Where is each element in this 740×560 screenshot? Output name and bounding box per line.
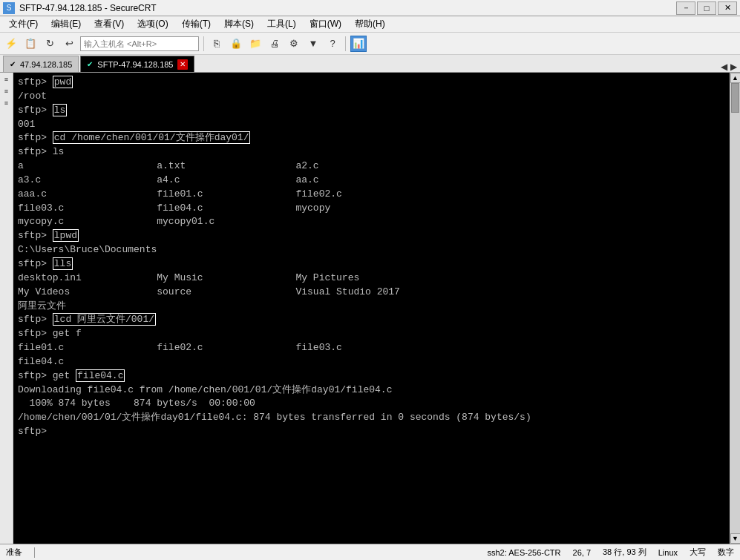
status-os: Linux bbox=[658, 548, 678, 557]
close-button[interactable]: ✕ bbox=[718, 1, 737, 15]
host-input[interactable] bbox=[80, 36, 199, 51]
menu-help[interactable]: 帮助(H) bbox=[349, 16, 391, 32]
term-line-18: sftp> lcd 阿里云文件/001/ bbox=[18, 313, 725, 327]
toolbar-extra[interactable]: 📊 bbox=[350, 36, 367, 52]
toolbar-open[interactable]: 📋 bbox=[22, 36, 39, 52]
term-line-25: /home/chen/001/01/文件操作day01/file04.c: 87… bbox=[18, 411, 725, 425]
toolbar-connect[interactable]: ↩ bbox=[61, 36, 77, 52]
term-line-14: sftp> lls bbox=[18, 257, 725, 271]
tab-sftp[interactable]: ✔ SFTP-47.94.128.185 ✕ bbox=[80, 56, 194, 72]
status-ready: 准备 bbox=[6, 547, 22, 558]
status-pos: 26, 7 bbox=[573, 548, 591, 557]
main-area: ≡ ≡ ≡ sftp> pwd /root sftp> ls 001 sftp>… bbox=[0, 73, 740, 544]
term-line-16: My Videos source Visual Studio 2017 bbox=[18, 286, 725, 300]
menu-window[interactable]: 窗口(W) bbox=[304, 16, 347, 32]
status-sep1 bbox=[34, 547, 35, 558]
term-line-3: sftp> ls bbox=[18, 104, 725, 118]
tab-sftp-icon: ✔ bbox=[87, 60, 93, 68]
cmd-lcd: lcd 阿里云文件/001/ bbox=[53, 313, 156, 326]
menu-script[interactable]: 脚本(S) bbox=[218, 16, 260, 32]
tabs-bar: ✔ 47.94.128.185 ✔ SFTP-47.94.128.185 ✕ ◀… bbox=[0, 55, 740, 73]
toolbar: ⚡ 📋 ↻ ↩ ⎘ 🔒 📁 🖨 ⚙ ▼ ? 📊 bbox=[0, 33, 740, 55]
term-line-17: 阿里云文件 bbox=[18, 300, 725, 314]
toolbar-macro[interactable]: ▼ bbox=[305, 36, 321, 52]
menu-view[interactable]: 查看(V) bbox=[88, 16, 130, 32]
tab-ssh-icon: ✔ bbox=[10, 60, 16, 68]
term-line-2: /root bbox=[18, 90, 725, 104]
cmd-cd: cd /home/chen/001/01/文件操作day01/ bbox=[53, 131, 251, 144]
scroll-thumb[interactable] bbox=[731, 83, 739, 113]
term-line-6: sftp> ls bbox=[18, 145, 725, 159]
tab-sftp-label: SFTP-47.94.128.185 bbox=[97, 60, 173, 69]
sidebar-btn2[interactable]: ≡ bbox=[1, 88, 12, 98]
term-line-22: sftp> get file04.c bbox=[18, 369, 725, 383]
window-controls[interactable]: － □ ✕ bbox=[676, 1, 737, 15]
cmd-lls: lls bbox=[53, 257, 73, 270]
term-line-26: sftp> bbox=[18, 425, 725, 439]
toolbar-settings[interactable]: ⚙ bbox=[286, 36, 302, 52]
toolbar-refresh[interactable]: ↻ bbox=[42, 36, 58, 52]
term-line-11: mycopy.c mycopy01.c bbox=[18, 215, 725, 229]
term-line-13: C:\Users\Bruce\Documents bbox=[18, 243, 725, 257]
cmd-get-file04: file04.c bbox=[76, 369, 125, 382]
menu-file[interactable]: 文件(F) bbox=[3, 16, 44, 32]
term-line-10: file03.c file04.c mycopy bbox=[18, 202, 725, 216]
term-line-19: sftp> get f bbox=[18, 327, 725, 341]
menu-options[interactable]: 选项(O) bbox=[131, 16, 174, 32]
cmd-pwd: pwd bbox=[53, 76, 73, 88]
term-line-1: sftp> pwd bbox=[18, 76, 725, 90]
title-bar-left: S SFTP-47.94.128.185 - SecureCRT bbox=[3, 2, 157, 14]
cmd-lpwd: lpwd bbox=[53, 229, 79, 242]
minimize-button[interactable]: － bbox=[676, 1, 695, 15]
sidebar-btn1[interactable]: ≡ bbox=[1, 76, 12, 86]
term-line-24: 100% 874 bytes 874 bytes/s 00:00:00 bbox=[18, 397, 725, 411]
toolbar-sep1 bbox=[203, 36, 204, 51]
status-bar: 准备 ssh2: AES-256-CTR 26, 7 38 行, 93 列 Li… bbox=[0, 544, 740, 560]
status-right: ssh2: AES-256-CTR 26, 7 38 行, 93 列 Linux… bbox=[487, 547, 734, 558]
menu-bar: 文件(F) 编辑(E) 查看(V) 选项(O) 传输(T) 脚本(S) 工具(L… bbox=[0, 16, 740, 33]
window-title: SFTP-47.94.128.185 - SecureCRT bbox=[19, 3, 157, 13]
toolbar-copy[interactable]: ⎘ bbox=[209, 36, 225, 52]
menu-edit[interactable]: 编辑(E) bbox=[45, 16, 87, 32]
tab-sftp-close[interactable]: ✕ bbox=[177, 59, 188, 70]
term-line-15: desktop.ini My Music My Pictures bbox=[18, 271, 725, 286]
status-num: 数字 bbox=[718, 547, 734, 558]
status-lines: 38 行, 93 列 bbox=[603, 547, 646, 558]
scroll-track[interactable] bbox=[730, 83, 740, 533]
tabs-nav: ◀ ▶ bbox=[721, 62, 737, 72]
sidebar: ≡ ≡ ≡ bbox=[0, 73, 13, 544]
maximize-button[interactable]: □ bbox=[697, 1, 716, 15]
tab-next-button[interactable]: ▶ bbox=[730, 62, 737, 72]
toolbar-lock[interactable]: 🔒 bbox=[228, 36, 244, 52]
term-line-5: sftp> cd /home/chen/001/01/文件操作day01/ bbox=[18, 131, 725, 145]
status-caps: 大写 bbox=[690, 547, 706, 558]
term-line-7: a a.txt a2.c bbox=[18, 159, 725, 174]
tab-ssh[interactable]: ✔ 47.94.128.185 bbox=[3, 56, 79, 72]
scroll-down-button[interactable]: ▼ bbox=[730, 533, 741, 544]
term-line-23: Downloading file04.c from /home/chen/001… bbox=[18, 383, 725, 398]
app-icon: S bbox=[3, 2, 15, 14]
tab-prev-button[interactable]: ◀ bbox=[721, 62, 727, 72]
title-bar: S SFTP-47.94.128.185 - SecureCRT － □ ✕ bbox=[0, 0, 740, 16]
term-line-12: sftp> lpwd bbox=[18, 229, 725, 243]
toolbar-print[interactable]: 🖨 bbox=[266, 36, 283, 52]
term-line-21: file04.c bbox=[18, 355, 725, 369]
term-line-8: a3.c a4.c aa.c bbox=[18, 174, 725, 188]
toolbar-sep2 bbox=[345, 36, 346, 51]
term-line-4: 001 bbox=[18, 118, 725, 132]
status-ssh: ssh2: AES-256-CTR bbox=[487, 548, 560, 557]
toolbar-new[interactable]: ⚡ bbox=[3, 36, 19, 52]
menu-tools[interactable]: 工具(L) bbox=[261, 16, 302, 32]
terminal-content: sftp> pwd /root sftp> ls 001 sftp> cd /h… bbox=[18, 76, 725, 439]
menu-transfer[interactable]: 传输(T) bbox=[176, 16, 217, 32]
terminal-scrollbar[interactable]: ▲ ▼ bbox=[730, 73, 740, 544]
tab-ssh-label: 47.94.128.185 bbox=[20, 60, 72, 69]
term-line-9: aaa.c file01.c file02.c bbox=[18, 188, 725, 202]
scroll-up-button[interactable]: ▲ bbox=[730, 73, 741, 83]
toolbar-folder[interactable]: 📁 bbox=[247, 36, 263, 52]
toolbar-help[interactable]: ? bbox=[324, 36, 341, 52]
cmd-ls1: ls bbox=[53, 104, 68, 116]
terminal[interactable]: sftp> pwd /root sftp> ls 001 sftp> cd /h… bbox=[13, 73, 730, 544]
term-line-20: file01.c file02.c file03.c bbox=[18, 341, 725, 355]
sidebar-btn3[interactable]: ≡ bbox=[1, 99, 12, 110]
